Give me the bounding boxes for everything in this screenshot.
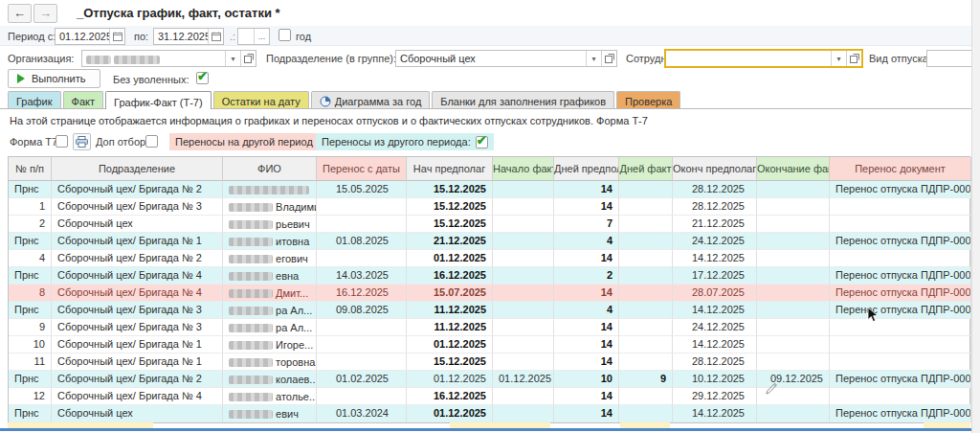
cell-dept[interactable]: Сборочный цех: [52, 216, 223, 233]
cell-transfer_from[interactable]: 14.03.2025: [317, 267, 407, 285]
employee-input[interactable]: ▾: [664, 49, 863, 68]
cell-start_fact[interactable]: [493, 216, 554, 233]
column-header[interactable]: Дней предполаг: [554, 157, 619, 181]
cell-name_tail[interactable]: атолье...: [223, 388, 317, 405]
cell-num[interactable]: Прнс: [9, 371, 52, 388]
cell-end_plan[interactable]: 28.12.2025: [673, 198, 757, 216]
cell-days_fact[interactable]: [619, 267, 673, 285]
cell-days_fact[interactable]: 9: [619, 371, 673, 388]
column-header[interactable]: Нач предполаг: [407, 157, 493, 181]
cell-days_plan[interactable]: 14: [554, 353, 619, 371]
cell-end_plan[interactable]: 14.12.2025: [673, 336, 757, 353]
cell-doc[interactable]: [830, 353, 971, 371]
cell-dept[interactable]: Сборочный цех: [52, 405, 223, 422]
cell-dept[interactable]: Сборочный цех/ Бригада № 3: [52, 198, 223, 216]
vertical-scrollbar[interactable]: [971, 0, 980, 433]
cell-transfer_from[interactable]: 01.02.2025: [317, 371, 407, 388]
print-button[interactable]: [73, 133, 91, 150]
cell-dept[interactable]: Сборочный цех/ Бригада № 2: [52, 250, 223, 267]
transfers-from-checkbox[interactable]: ✔: [476, 136, 488, 148]
cell-start_fact[interactable]: [493, 302, 554, 319]
cell-end_plan[interactable]: 24.12.2025: [673, 319, 757, 336]
cell-dept[interactable]: Сборочный цех/ Бригада № 4: [52, 267, 223, 285]
cell-transfer_from[interactable]: 01.03.2024: [317, 405, 407, 422]
cell-end_plan[interactable]: 10.12.2025: [673, 371, 757, 388]
cell-num[interactable]: 1: [9, 198, 52, 216]
no-fired-checkbox[interactable]: ✔: [196, 72, 209, 84]
tab-2[interactable]: Факт: [63, 91, 103, 108]
cell-num[interactable]: Прнс: [9, 181, 52, 198]
column-header[interactable]: Начало факт: [493, 157, 554, 181]
cell-dept[interactable]: Сборочный цех/ Бригада № 2: [52, 181, 223, 198]
cell-end_fact[interactable]: [757, 353, 830, 371]
cell-dept[interactable]: Сборочный цех/ Бригада № 1: [52, 336, 223, 353]
back-button[interactable]: ←: [8, 4, 32, 23]
cell-doc[interactable]: [830, 216, 971, 233]
cell-start_plan[interactable]: 15.12.2025: [407, 198, 493, 216]
dropdown-arrow-icon[interactable]: ▾: [225, 51, 240, 66]
cell-days_fact[interactable]: [619, 353, 673, 371]
cell-start_plan[interactable]: 15.07.2025: [407, 285, 493, 302]
cell-num[interactable]: 2: [9, 216, 52, 233]
tab-3[interactable]: График-Факт (Т-7): [105, 91, 212, 109]
cell-doc[interactable]: Перенос отпуска ПДПР-000063 о...: [830, 267, 971, 285]
cell-num[interactable]: 9: [9, 319, 52, 336]
cell-start_plan[interactable]: 11.12.2025: [407, 319, 493, 336]
cell-num[interactable]: 4: [9, 250, 52, 267]
cell-dept[interactable]: Сборочный цех/ Бригада № 4: [52, 285, 223, 302]
cell-end_fact[interactable]: [757, 216, 830, 233]
cell-end_fact[interactable]: [757, 250, 830, 267]
cell-start_fact[interactable]: [493, 353, 554, 371]
cell-name_tail[interactable]: ра Ал...: [223, 319, 317, 336]
dropdown-arrow-icon[interactable]: ▾: [586, 51, 601, 66]
cell-days_plan[interactable]: 14: [554, 285, 619, 302]
cell-days_plan[interactable]: 14: [554, 181, 619, 198]
cell-transfer_from[interactable]: [317, 216, 407, 233]
cell-transfer_from[interactable]: [317, 388, 407, 405]
cell-days_plan[interactable]: 14: [554, 336, 619, 353]
cell-end_plan[interactable]: 28.12.2025: [673, 181, 757, 198]
cell-end_fact[interactable]: [757, 319, 830, 336]
cell-transfer_from[interactable]: [317, 336, 407, 353]
cell-dept[interactable]: Сборочный цех/ Бригада № 3: [52, 319, 223, 336]
cell-doc[interactable]: [830, 319, 971, 336]
cell-days_fact[interactable]: [619, 198, 673, 216]
period-from-input[interactable]: 01.12.2025: [55, 28, 125, 45]
cell-num[interactable]: Прнс: [9, 267, 52, 285]
tab-5[interactable]: Диаграмма за год: [311, 91, 431, 108]
cell-end_plan[interactable]: 21.12.2025: [673, 216, 757, 233]
period-to-input[interactable]: 31.12.2025: [153, 28, 224, 45]
cell-start_plan[interactable]: 01.12.2025: [407, 336, 493, 353]
tab-7[interactable]: Проверка: [616, 91, 680, 108]
cell-doc[interactable]: Перенос отпуска ПДПР-000029 о...: [830, 371, 971, 388]
cell-days_plan[interactable]: 14: [554, 198, 619, 216]
cell-start_plan[interactable]: 01.12.2025: [407, 250, 493, 267]
cell-name_tail[interactable]: евич: [223, 405, 317, 422]
cell-days_plan[interactable]: 10: [554, 371, 619, 388]
cell-days_fact[interactable]: [619, 405, 673, 422]
calendar-icon[interactable]: [208, 29, 223, 44]
column-header[interactable]: № п/п: [9, 157, 52, 181]
extra-filter-checkbox[interactable]: [145, 135, 158, 148]
cell-start_plan[interactable]: 15.12.2025: [407, 181, 493, 198]
cell-start_plan[interactable]: 15.12.2025: [407, 353, 493, 371]
cell-start_fact[interactable]: 01.12.2025: [493, 371, 554, 388]
cell-transfer_from[interactable]: 15.05.2025: [317, 181, 407, 198]
cell-end_fact[interactable]: [757, 285, 830, 302]
form-t7-checkbox[interactable]: [56, 135, 68, 148]
cell-dept[interactable]: Сборочный цех/ Бригада № 2: [52, 371, 223, 388]
cell-end_plan[interactable]: 17.12.2025: [673, 267, 757, 285]
calendar-icon[interactable]: [109, 29, 124, 44]
column-header[interactable]: Окончание факт: [757, 157, 830, 181]
cell-doc[interactable]: [830, 250, 971, 267]
column-header[interactable]: Оконч предполаг: [673, 157, 757, 181]
cell-days_fact[interactable]: [619, 285, 673, 302]
cell-start_fact[interactable]: [493, 285, 554, 302]
tab-4[interactable]: Остатки на дату: [213, 91, 309, 108]
run-button[interactable]: Выполнить: [8, 69, 100, 88]
cell-days_plan[interactable]: 14: [554, 250, 619, 267]
cell-start_plan[interactable]: 15.12.2025: [407, 216, 493, 233]
cell-start_fact[interactable]: [493, 405, 554, 422]
cell-name_tail[interactable]: евна: [223, 267, 317, 285]
cell-end_plan[interactable]: 14.12.2025: [673, 250, 757, 267]
